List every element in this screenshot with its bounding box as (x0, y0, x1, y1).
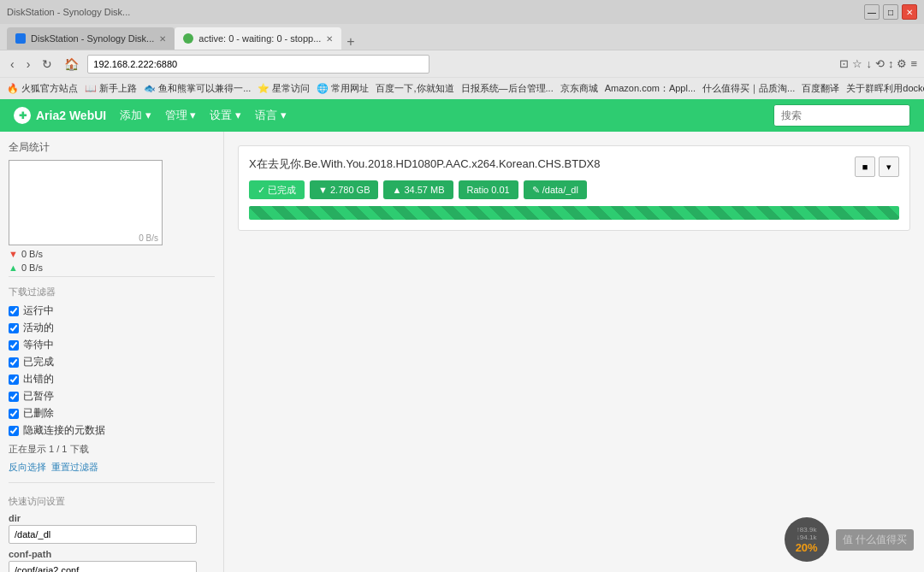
setting-conf-input[interactable] (9, 561, 197, 572)
download-item-header: X在去见你.Be.With.You.2018.HD1080P.AAC.x264.… (249, 156, 899, 180)
tab-bar: DiskStation - Synology Disk... ✕ active:… (0, 24, 924, 50)
home-button[interactable]: 🏠 (61, 56, 82, 73)
filter-error-label: 出错的 (23, 372, 54, 386)
tab-diskstation-label: DiskStation - Synology Disk... (31, 33, 154, 44)
badge-ratio[interactable]: Ratio 0.01 (459, 180, 518, 199)
search-box (773, 104, 910, 127)
bookmark-newbie[interactable]: 📖 新手上路 (85, 82, 137, 95)
download-item: X在去见你.Be.With.You.2018.HD1080P.AAC.x264.… (238, 145, 910, 231)
app-title: Aria2 WebUI (36, 109, 106, 122)
filter-running-checkbox[interactable] (9, 306, 19, 316)
history-icon[interactable]: ⟲ (875, 57, 885, 70)
title-bar-left: DiskStation - Synology Disk... (7, 7, 130, 17)
filter-completed-checkbox[interactable] (9, 357, 19, 368)
nav-add[interactable]: 添加 ▾ (120, 108, 151, 123)
logo-icon-text: ✚ (19, 110, 27, 121)
top-nav: ✚ Aria2 WebUI 添加 ▾ 管理 ▾ 设置 ▾ 语言 ▾ (0, 99, 924, 132)
upload-speed-value: 0 B/s (21, 262, 43, 273)
filter-paused: 已暂停 (9, 389, 215, 404)
back-button[interactable]: ‹ (7, 56, 18, 73)
reader-icon[interactable]: ⊡ (839, 57, 849, 70)
bookmark-smzdm[interactable]: 什么值得买｜品质淘... (702, 82, 795, 95)
reload-button[interactable]: ↻ (38, 56, 56, 73)
filter-completed-label: 已完成 (23, 355, 54, 369)
perf-up: ↑83.9k (797, 526, 817, 534)
content-area: X在去见你.Be.With.You.2018.HD1080P.AAC.x264.… (224, 132, 924, 572)
filter-running: 运行中 (9, 304, 215, 318)
bookmark-baidu[interactable]: 百度一下,你就知道 (376, 82, 453, 95)
new-tab-button[interactable]: + (341, 34, 359, 50)
filter-metadata-checkbox[interactable] (9, 426, 19, 436)
bookmark-baidu-translate[interactable]: 百度翻译 (802, 82, 839, 95)
filter-active-checkbox[interactable] (9, 323, 19, 333)
address-input[interactable] (87, 55, 429, 74)
menu-icon[interactable]: ≡ (910, 57, 917, 70)
app-container: ✚ Aria2 WebUI 添加 ▾ 管理 ▾ 设置 ▾ 语言 ▾ 全局统计 0… (0, 99, 924, 572)
bookmark-fish[interactable]: 🐟 鱼和熊掌可以兼得一... (144, 82, 251, 95)
site-watermark: 值 什么值得买 (836, 529, 914, 551)
download-controls: ■ ▾ (855, 156, 899, 177)
minimize-button[interactable]: — (864, 4, 880, 20)
bookmark-official[interactable]: 🔥 火狐官方站点 (7, 82, 78, 95)
badge-uploaded[interactable]: ▲ 34.57 MB (383, 180, 453, 199)
settings-icon[interactable]: ⚙ (897, 57, 907, 70)
filter-active-label: 活动的 (23, 321, 54, 335)
app-logo: ✚ Aria2 WebUI (14, 107, 106, 124)
more-button[interactable]: ▾ (879, 156, 899, 177)
bookmark-web[interactable]: 🌐 常用网址 (317, 82, 369, 95)
watermark-area: ↑83.9k ↓94.1k 20% 值 什么值得买 (785, 517, 914, 562)
perf-percent: 20% (796, 541, 818, 554)
bookmark-jd[interactable]: 京东商城 (560, 82, 598, 95)
download-speed: ▼ 0 B/s (9, 249, 215, 259)
close-button[interactable]: ✕ (902, 4, 917, 20)
filter-error-checkbox[interactable] (9, 374, 19, 385)
filter-deleted-checkbox[interactable] (9, 409, 19, 419)
divider-1 (9, 276, 215, 277)
filter-waiting: 等待中 (9, 338, 215, 352)
badge-size[interactable]: ▼ 2.780 GB (310, 180, 378, 199)
upload-arrow-icon: ▲ (9, 262, 18, 273)
nav-manage[interactable]: 管理 ▾ (165, 108, 197, 123)
maximize-button[interactable]: □ (883, 4, 898, 20)
download-badges: ✓ 已完成 ▼ 2.780 GB ▲ 34.57 MB Ratio 0.01 ✎… (249, 180, 899, 199)
sync-icon[interactable]: ↕ (888, 57, 894, 70)
downloads-icon[interactable]: ↓ (866, 57, 872, 70)
stop-button[interactable]: ■ (855, 156, 875, 177)
reverse-select-button[interactable]: 反向选择 (9, 461, 46, 474)
filter-active: 活动的 (9, 321, 215, 335)
tab-diskstation[interactable]: DiskStation - Synology Disk... ✕ (7, 27, 175, 50)
filter-paused-label: 已暂停 (23, 389, 54, 404)
download-arrow-icon: ▼ (9, 249, 18, 259)
filter-waiting-label: 等待中 (23, 338, 54, 352)
perf-down: ↓94.1k (797, 534, 817, 541)
badge-path[interactable]: ✎ /data/_dl (524, 180, 587, 199)
tab-aria2[interactable]: active: 0 - waiting: 0 - stopp... ✕ (175, 27, 341, 50)
bookmark-icon[interactable]: ☆ (852, 57, 862, 70)
filter-metadata-label: 隐藏连接的元数据 (23, 423, 105, 438)
stats-chart: 0 B/s (9, 160, 163, 245)
search-input[interactable] (773, 104, 910, 127)
filter-waiting-checkbox[interactable] (9, 340, 19, 351)
filter-error: 出错的 (9, 372, 215, 386)
address-bar-actions: ⊡ ☆ ↓ ⟲ ↕ ⚙ ≡ (839, 57, 917, 70)
tab-aria2-close[interactable]: ✕ (326, 34, 333, 44)
bookmark-docker[interactable]: 关于群晖利用docker... (846, 82, 924, 95)
bookmark-daily[interactable]: 日报系统—后台管理... (461, 82, 554, 95)
reset-filter-button[interactable]: 重置过滤器 (51, 461, 98, 474)
setting-dir-input[interactable] (9, 525, 197, 544)
nav-settings[interactable]: 设置 ▾ (210, 108, 241, 123)
badge-completed[interactable]: ✓ 已完成 (249, 180, 305, 199)
aria2-favicon (183, 33, 193, 44)
tab-diskstation-close[interactable]: ✕ (159, 34, 166, 44)
bookmark-amazon[interactable]: Amazon.com：Appl... (605, 82, 696, 95)
stats-title: 全局统计 (9, 140, 215, 155)
chart-label-right: 0 B/s (139, 233, 158, 243)
title-bar: DiskStation - Synology Disk... — □ ✕ (0, 0, 924, 24)
perf-widget: ↑83.9k ↓94.1k 20% (785, 517, 829, 562)
nav-language[interactable]: 语言 ▾ (255, 108, 287, 123)
progress-bar-fill (249, 206, 899, 220)
bookmark-star[interactable]: ⭐ 星常访问 (258, 82, 310, 95)
filter-count: 正在显示 1 / 1 下载 (9, 443, 215, 456)
forward-button[interactable]: › (23, 56, 34, 73)
filter-paused-checkbox[interactable] (9, 392, 19, 402)
